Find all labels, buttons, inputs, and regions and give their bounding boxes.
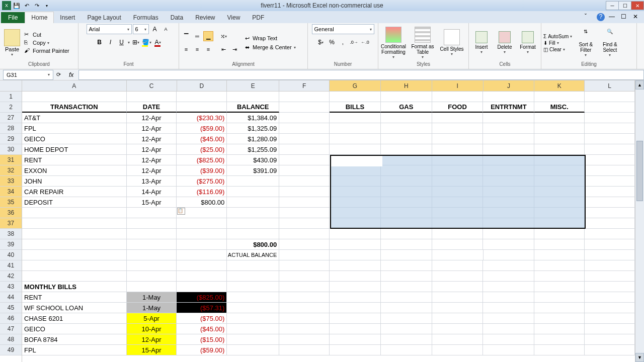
row-header-28[interactable]: 28 (0, 123, 22, 134)
cell[interactable] (483, 229, 534, 239)
cell[interactable] (330, 324, 381, 334)
cell[interactable] (22, 271, 127, 282)
cell[interactable] (432, 292, 484, 303)
cell[interactable]: ($57.31) (177, 303, 227, 313)
cell[interactable] (227, 187, 279, 197)
cell[interactable] (585, 260, 635, 271)
merge-center-button[interactable]: ⬌Merge & Center ▾ (244, 44, 296, 51)
align-top-icon[interactable]: ▔ (181, 31, 191, 41)
column-header-F[interactable]: F (279, 80, 330, 92)
cell[interactable] (127, 271, 177, 282)
row-header-38[interactable]: 38 (0, 229, 22, 239)
qat-dropdown-icon[interactable]: ▾ (42, 1, 51, 10)
cell[interactable] (534, 313, 585, 324)
cell[interactable] (330, 208, 381, 218)
cell[interactable] (227, 229, 279, 239)
cell[interactable] (381, 303, 432, 313)
cell[interactable]: 12-Apr (127, 144, 177, 155)
cell[interactable] (483, 123, 534, 134)
bold-button[interactable]: B (95, 37, 105, 47)
cell[interactable] (585, 303, 635, 313)
cell[interactable] (381, 313, 432, 324)
cell[interactable] (330, 334, 381, 345)
cell[interactable] (432, 134, 484, 144)
format-painter-button[interactable]: 🖌Format Painter (24, 47, 69, 54)
cell[interactable]: GEICO (22, 134, 127, 144)
column-header-L[interactable]: L (585, 80, 635, 92)
column-header-J[interactable]: J (484, 80, 535, 92)
row-header-40[interactable]: 40 (0, 250, 22, 260)
cell[interactable] (330, 313, 381, 324)
cell[interactable] (127, 260, 177, 271)
cut-button[interactable]: ✂Cut (24, 31, 69, 38)
cell[interactable]: HOME DEPOT (22, 144, 127, 155)
cell[interactable] (483, 155, 534, 165)
fill-button[interactable]: ⬇ Fill ▾ (543, 40, 572, 46)
cell[interactable]: 12-Apr (127, 334, 177, 345)
cell[interactable] (381, 271, 432, 282)
cell[interactable] (483, 197, 534, 208)
cell[interactable] (585, 165, 635, 176)
cell[interactable] (227, 260, 279, 271)
cell[interactable]: ($15.00) (177, 334, 227, 345)
row-header-1[interactable]: 1 (0, 92, 22, 102)
cell[interactable] (483, 313, 534, 324)
cell[interactable] (381, 92, 432, 102)
cell[interactable] (330, 250, 381, 260)
cell[interactable] (534, 208, 585, 218)
cell[interactable] (381, 197, 432, 208)
cell[interactable] (432, 271, 484, 282)
cell[interactable] (279, 176, 330, 187)
row-header-37[interactable]: 37 (0, 218, 22, 229)
cell[interactable]: GEICO (22, 324, 127, 334)
cell[interactable] (127, 229, 177, 239)
column-header-K[interactable]: K (534, 80, 585, 92)
font-size-select[interactable]: 6▾ (133, 24, 149, 34)
cell[interactable] (534, 155, 585, 165)
cell[interactable]: ($75.00) (177, 313, 227, 324)
cell[interactable] (534, 250, 585, 260)
cell[interactable] (483, 282, 534, 292)
cell[interactable] (279, 165, 330, 176)
cell[interactable] (177, 92, 227, 102)
cell[interactable]: FPL (22, 123, 127, 134)
tab-view[interactable]: View (221, 12, 247, 23)
cell[interactable] (381, 260, 432, 271)
column-header-C[interactable]: C (127, 80, 177, 92)
cell[interactable] (330, 345, 381, 355)
align-center-icon[interactable]: ≡ (192, 44, 202, 54)
cell[interactable] (585, 229, 635, 239)
wrap-text-button[interactable]: ↩Wrap Text (244, 35, 296, 42)
cell[interactable] (381, 144, 432, 155)
cell[interactable] (381, 345, 432, 355)
cell[interactable] (483, 303, 534, 313)
cell[interactable] (177, 239, 227, 250)
row-header-45[interactable]: 45 (0, 303, 22, 313)
help-icon[interactable]: ? (597, 13, 605, 21)
cell[interactable] (432, 176, 484, 187)
cell[interactable] (534, 134, 585, 144)
increase-decimal-icon[interactable]: .0→ (349, 37, 359, 47)
cell[interactable] (483, 134, 534, 144)
cell[interactable] (585, 113, 635, 123)
select-all-corner[interactable] (0, 80, 22, 92)
cell[interactable] (585, 334, 635, 345)
cell[interactable] (432, 239, 484, 250)
cell[interactable] (381, 292, 432, 303)
cell[interactable] (330, 197, 381, 208)
cell[interactable] (127, 208, 177, 218)
align-middle-icon[interactable]: ═ (192, 31, 202, 41)
cell[interactable]: 12-Apr (127, 134, 177, 144)
tab-home[interactable]: Home (25, 12, 54, 23)
cell[interactable] (534, 303, 585, 313)
cell[interactable] (381, 218, 432, 229)
cell[interactable]: ($825.00) (177, 292, 227, 303)
cell[interactable] (22, 239, 127, 250)
cell[interactable] (330, 165, 381, 176)
cell[interactable] (585, 102, 635, 113)
comma-icon[interactable]: , (338, 37, 348, 47)
cell[interactable] (279, 229, 330, 239)
window-close-icon[interactable]: ✕ (633, 13, 641, 21)
cell[interactable]: GAS (381, 102, 432, 113)
cell[interactable] (177, 218, 227, 229)
